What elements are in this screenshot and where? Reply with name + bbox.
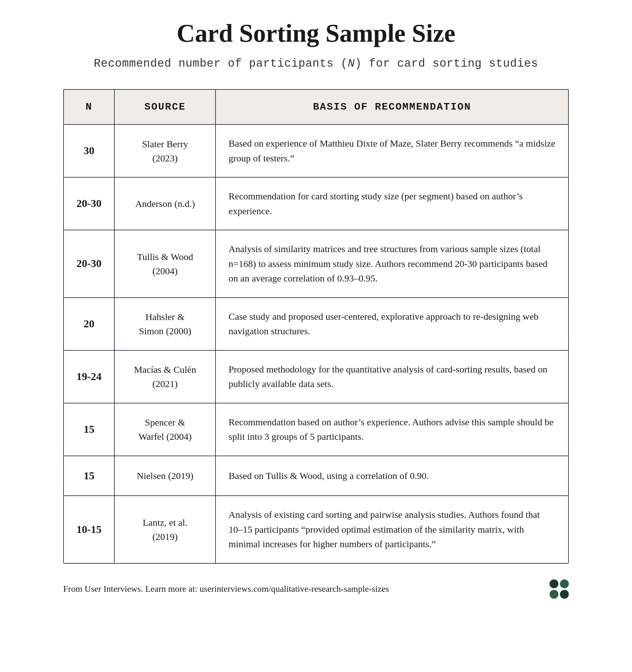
logo-dot-3 — [549, 590, 558, 599]
header-n: N — [64, 90, 114, 124]
logo-dot-4 — [560, 590, 569, 599]
cell-source-3: Hahsler &Simon (2000) — [114, 297, 215, 351]
cell-source-7: Lantz, et al.(2019) — [114, 496, 215, 563]
cell-basis-4: Proposed methodology for the quantitativ… — [215, 351, 568, 403]
table-row: 30Slater Berry(2023)Based on experience … — [64, 124, 568, 177]
cell-n-5: 15 — [64, 403, 114, 456]
logo-icon — [549, 579, 569, 599]
cell-n-6: 15 — [64, 456, 114, 496]
cell-n-0: 30 — [64, 124, 114, 177]
cell-basis-0: Based on experience of Matthieu Dixte of… — [215, 124, 568, 177]
cell-source-1: Anderson (n.d.) — [114, 177, 215, 230]
cell-basis-7: Analysis of existing card sorting and pa… — [215, 496, 568, 563]
cell-source-5: Spencer &Warfel (2004) — [114, 403, 215, 456]
header-source: SOURCE — [114, 90, 215, 124]
cell-source-4: Macías & Culén(2021) — [114, 351, 215, 403]
table-row: 15Spencer &Warfel (2004)Recommendation b… — [64, 403, 568, 456]
table-body: 30Slater Berry(2023)Based on experience … — [64, 124, 568, 563]
logo-dots — [549, 579, 569, 599]
cell-basis-2: Analysis of similarity matrices and tree… — [215, 230, 568, 297]
page-title: Card Sorting Sample Size — [177, 19, 455, 48]
cell-basis-5: Recommendation based on author’s experie… — [215, 403, 568, 456]
main-table-container: N SOURCE BASIS OF RECOMMENDATION 30Slate… — [63, 89, 569, 563]
cell-n-1: 20-30 — [64, 177, 114, 230]
logo-dot-2 — [560, 579, 569, 588]
cell-n-2: 20-30 — [64, 230, 114, 297]
cell-source-2: Tullis & Wood(2004) — [114, 230, 215, 297]
page-subtitle: Recommended number of participants (N) f… — [94, 57, 538, 70]
cell-n-3: 20 — [64, 297, 114, 351]
header-basis: BASIS OF RECOMMENDATION — [215, 90, 568, 124]
table-row: 19-24Macías & Culén(2021)Proposed method… — [64, 351, 568, 403]
cell-n-4: 19-24 — [64, 351, 114, 403]
cell-n-7: 10-15 — [64, 496, 114, 563]
cell-source-0: Slater Berry(2023) — [114, 124, 215, 177]
table-row: 20-30Anderson (n.d.)Recommendation for c… — [64, 177, 568, 230]
table-header-row: N SOURCE BASIS OF RECOMMENDATION — [64, 90, 568, 124]
data-table: N SOURCE BASIS OF RECOMMENDATION 30Slate… — [64, 90, 568, 563]
table-row: 15Nielsen (2019)Based on Tullis & Wood, … — [64, 456, 568, 496]
cell-source-6: Nielsen (2019) — [114, 456, 215, 496]
table-row: 10-15Lantz, et al.(2019)Analysis of exis… — [64, 496, 568, 563]
table-row: 20Hahsler &Simon (2000)Case study and pr… — [64, 297, 568, 351]
footer: From User Interviews. Learn more at: use… — [63, 579, 569, 599]
cell-basis-6: Based on Tullis & Wood, using a correlat… — [215, 456, 568, 496]
footer-text: From User Interviews. Learn more at: use… — [63, 584, 389, 594]
logo-dot-1 — [549, 579, 558, 588]
cell-basis-3: Case study and proposed user-centered, e… — [215, 297, 568, 351]
cell-basis-1: Recommendation for card storting study s… — [215, 177, 568, 230]
table-row: 20-30Tullis & Wood(2004)Analysis of simi… — [64, 230, 568, 297]
